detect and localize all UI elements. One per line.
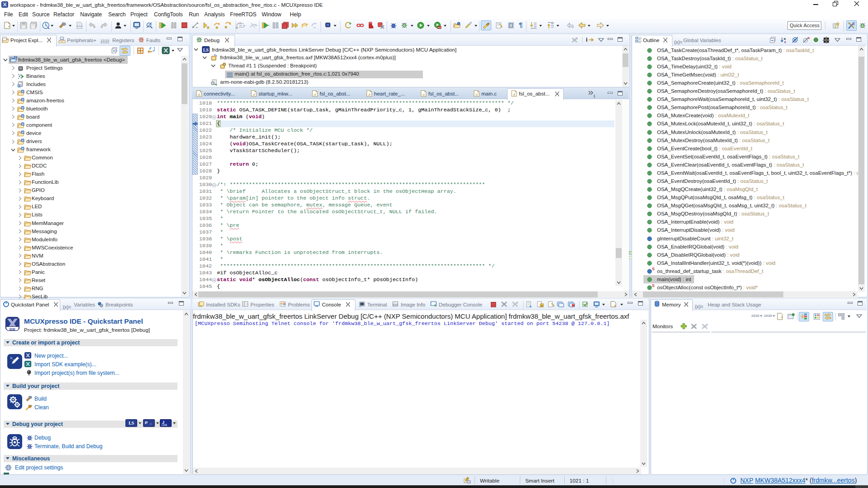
svg-text:e: e — [22, 90, 23, 93]
svg-text:h: h — [19, 85, 20, 88]
svg-text:e: e — [22, 139, 23, 142]
svg-text:10: 10 — [19, 74, 22, 77]
svg-text:e: e — [22, 115, 23, 117]
svg-text:e: e — [22, 123, 23, 125]
svg-text:e: e — [22, 147, 23, 150]
svg-text:e: e — [22, 106, 23, 109]
svg-text:.c: .c — [475, 92, 478, 96]
svg-text:e: e — [22, 131, 23, 134]
svg-text:.c: .c — [422, 92, 425, 96]
svg-text:.c: .c — [197, 92, 200, 96]
svg-text:010: 010 — [77, 25, 82, 28]
svg-text:.c: .c — [368, 92, 370, 96]
svg-text:LS: LS — [203, 48, 209, 53]
svg-text:z: z — [784, 40, 786, 43]
svg-text:IDE: IDE — [10, 327, 16, 331]
svg-text:.c: .c — [513, 92, 515, 96]
svg-text:.c: .c — [313, 92, 316, 96]
svg-text:e: e — [22, 98, 23, 101]
svg-text:010: 010 — [393, 303, 398, 306]
svg-text:C: C — [14, 56, 17, 59]
svg-text:.c: .c — [252, 92, 255, 96]
